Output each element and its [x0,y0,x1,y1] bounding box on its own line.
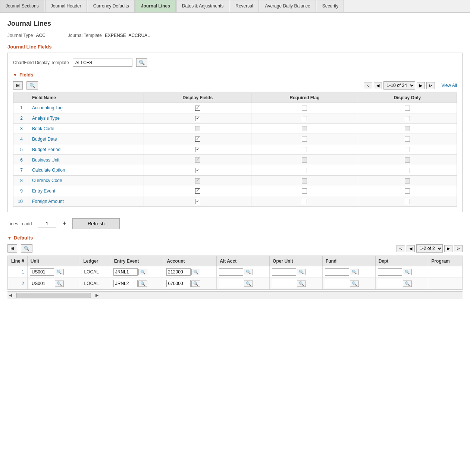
lines-to-add-input[interactable] [38,220,56,228]
checkbox-checked[interactable] [195,199,200,204]
defaults-first-page-button[interactable]: ⊲ [397,245,405,252]
field-name[interactable]: Entry Event [28,186,144,196]
checkbox-unchecked[interactable] [302,137,307,142]
tab-reversal[interactable]: Reversal [230,0,258,12]
field-name[interactable]: Business Unit [28,155,144,165]
checkbox-unchecked[interactable] [302,106,307,111]
unit-input[interactable] [30,268,54,276]
display-fields-cell[interactable] [144,134,251,144]
chartfield-input[interactable] [73,59,132,67]
fields-grid-icon-button[interactable]: ⊞ [13,81,23,90]
fund-search-button[interactable]: 🔍 [350,269,359,275]
fields-search-icon-button[interactable]: 🔍 [26,81,38,90]
required-flag-cell[interactable] [251,175,358,186]
tab-average-daily-balance[interactable]: Average Daily Balance [260,0,316,12]
oper-unit-input[interactable] [272,280,296,287]
tab-journal-sections[interactable]: Journal Sections [0,0,44,12]
alt-acct-input[interactable] [219,280,243,287]
field-name[interactable]: Currency Code [28,175,144,186]
display-only-cell[interactable] [358,134,457,144]
unit-search-button[interactable]: 🔍 [55,269,64,275]
fields-page-select[interactable]: 1-10 of 24 [383,81,415,90]
display-fields-cell[interactable] [144,165,251,175]
required-flag-cell[interactable] [251,196,358,207]
fields-prev-page-button[interactable]: ◀ [374,82,382,89]
display-fields-cell[interactable] [144,123,251,134]
entry-event-input[interactable] [113,280,138,287]
checkbox-unchecked[interactable] [405,116,410,121]
defaults-page-select[interactable]: 1-2 of 2 [416,244,443,253]
required-flag-cell[interactable] [251,103,358,113]
display-fields-cell[interactable] [144,196,251,207]
checkbox-checked[interactable] [195,188,200,194]
display-only-cell[interactable] [358,165,457,175]
display-only-cell[interactable] [358,196,457,207]
defaults-next-page-button[interactable]: ▶ [444,245,452,252]
display-only-cell[interactable] [358,113,457,123]
display-fields-cell[interactable] [144,103,251,113]
dept-input[interactable] [378,268,402,276]
entry-event-input[interactable] [113,268,138,276]
checkbox-unchecked[interactable] [405,147,410,152]
defaults-grid-icon-button[interactable]: ⊞ [7,244,17,253]
fields-first-page-button[interactable]: ⊲ [364,82,372,89]
field-name[interactable]: Analysis Type [28,113,144,123]
field-name[interactable]: Budget Period [28,144,144,155]
oper-unit-search-button[interactable]: 🔍 [297,269,306,275]
alt-acct-search-button[interactable]: 🔍 [244,281,253,287]
defaults-prev-page-button[interactable]: ◀ [407,245,415,252]
required-flag-cell[interactable] [251,123,358,134]
display-only-cell[interactable] [358,103,457,113]
entry-event-search-button[interactable]: 🔍 [138,281,147,287]
tab-dates-adjustments[interactable]: Dates & Adjustments [176,0,229,12]
display-only-cell[interactable] [358,175,457,186]
checkbox-unchecked[interactable] [302,188,307,194]
required-flag-cell[interactable] [251,186,358,196]
account-search-button[interactable]: 🔍 [191,269,200,275]
defaults-last-page-button[interactable]: ⊳ [454,245,463,252]
chartfield-search-button[interactable]: 🔍 [136,58,147,67]
required-flag-cell[interactable] [251,165,358,175]
tab-security[interactable]: Security [317,0,344,12]
checkbox-unchecked[interactable] [405,199,410,204]
checkbox-checked[interactable] [195,106,200,111]
checkbox-unchecked[interactable] [405,137,410,142]
checkbox-unchecked[interactable] [405,106,410,111]
fund-input[interactable] [325,280,349,287]
alt-acct-search-button[interactable]: 🔍 [244,269,253,275]
required-flag-cell[interactable] [251,155,358,165]
defaults-collapsible-header[interactable]: ▼ Defaults [7,235,463,241]
oper-unit-input[interactable] [272,268,296,276]
display-fields-cell[interactable] [144,175,251,186]
checkbox-checked[interactable] [195,137,200,142]
display-only-cell[interactable] [358,123,457,134]
unit-search-button[interactable]: 🔍 [55,281,64,287]
account-input[interactable] [166,268,191,276]
dept-search-button[interactable]: 🔍 [403,281,412,287]
account-search-button[interactable]: 🔍 [191,281,200,287]
dept-search-button[interactable]: 🔍 [403,269,412,275]
account-input[interactable] [166,280,191,287]
tab-journal-header[interactable]: Journal Header [45,0,87,12]
checkbox-unchecked[interactable] [302,147,307,152]
display-only-cell[interactable] [358,155,457,165]
checkbox-unchecked[interactable] [405,188,410,194]
fields-last-page-button[interactable]: ⊳ [426,82,435,89]
checkbox-checked[interactable] [195,168,200,173]
fund-input[interactable] [325,268,349,276]
checkbox-checked[interactable] [195,147,200,152]
tab-journal-lines[interactable]: Journal Lines [135,0,176,12]
required-flag-cell[interactable] [251,144,358,155]
checkbox-unchecked[interactable] [302,116,307,121]
field-name[interactable]: Book Code [28,123,144,134]
display-fields-cell[interactable] [144,155,251,165]
fund-search-button[interactable]: 🔍 [350,281,359,287]
oper-unit-search-button[interactable]: 🔍 [297,281,306,287]
entry-event-search-button[interactable]: 🔍 [138,269,147,275]
field-name[interactable]: Accounting Tag [28,103,144,113]
required-flag-cell[interactable] [251,113,358,123]
scroll-right-button[interactable]: ▶ [94,293,100,298]
fields-next-page-button[interactable]: ▶ [417,82,425,89]
scroll-left-button[interactable]: ◀ [7,293,13,298]
field-name[interactable]: Calculate Option [28,165,144,175]
